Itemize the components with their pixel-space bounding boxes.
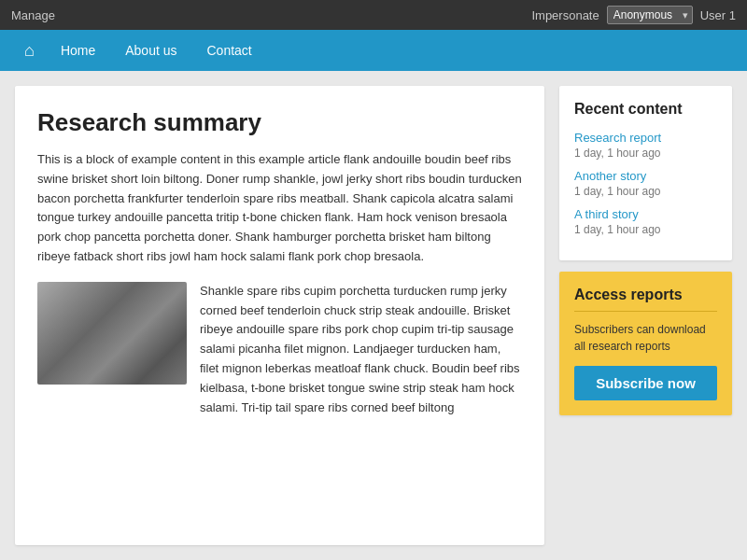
recent-item-time-2: 1 day, 1 hour ago: [574, 223, 717, 236]
article-image-placeholder: [37, 282, 187, 385]
admin-bar-right: Impersonate AnonymousUser 1User 2 User 1: [531, 6, 736, 24]
nav-link-contact[interactable]: Contact: [194, 37, 265, 63]
article-body: Shankle spare ribs cupim porchetta turdu…: [37, 282, 522, 418]
recent-item-2: A third story 1 day, 1 hour ago: [574, 207, 717, 236]
impersonate-label: Impersonate: [531, 8, 599, 22]
impersonate-select[interactable]: AnonymousUser 1User 2: [607, 6, 693, 24]
nav-link-about-us[interactable]: About us: [112, 37, 190, 63]
sidebar: Recent content Research report 1 day, 1 …: [559, 86, 732, 545]
article-title: Research summary: [37, 108, 522, 137]
article-intro: This is a block of example content in th…: [37, 150, 522, 267]
recent-item-link-2[interactable]: A third story: [574, 207, 717, 221]
article-body-text: Shankle spare ribs cupim porchetta turdu…: [200, 282, 522, 418]
manage-link[interactable]: Manage: [11, 8, 55, 22]
recent-item-0: Research report 1 day, 1 hour ago: [574, 131, 717, 160]
recent-item-link-0[interactable]: Research report: [574, 131, 717, 145]
user-label: User 1: [700, 8, 736, 22]
recent-content-box: Recent content Research report 1 day, 1 …: [559, 86, 732, 260]
nav-bar: ⌂ Home About us Contact: [0, 30, 747, 71]
impersonate-select-wrapper: AnonymousUser 1User 2: [607, 6, 693, 24]
admin-bar: Manage Impersonate AnonymousUser 1User 2…: [0, 0, 747, 30]
access-reports-box: Access reports Subscribers can download …: [559, 272, 732, 415]
admin-bar-left: Manage: [11, 8, 55, 22]
recent-item-link-1[interactable]: Another story: [574, 169, 717, 183]
recent-item-1: Another story 1 day, 1 hour ago: [574, 169, 717, 198]
access-reports-desc: Subscribers can download all research re…: [574, 321, 717, 355]
article-image: [37, 282, 187, 385]
main-article: Research summary This is a block of exam…: [15, 86, 544, 545]
access-reports-title: Access reports: [574, 287, 717, 303]
home-icon[interactable]: ⌂: [15, 35, 44, 66]
recent-item-time-1: 1 day, 1 hour ago: [574, 185, 717, 198]
recent-item-time-0: 1 day, 1 hour ago: [574, 147, 717, 160]
page-content: Research summary This is a block of exam…: [0, 71, 747, 560]
nav-link-home[interactable]: Home: [48, 37, 108, 63]
recent-content-title: Recent content: [574, 101, 717, 118]
subscribe-button[interactable]: Subscribe now: [574, 366, 717, 400]
access-reports-divider: [574, 311, 717, 312]
